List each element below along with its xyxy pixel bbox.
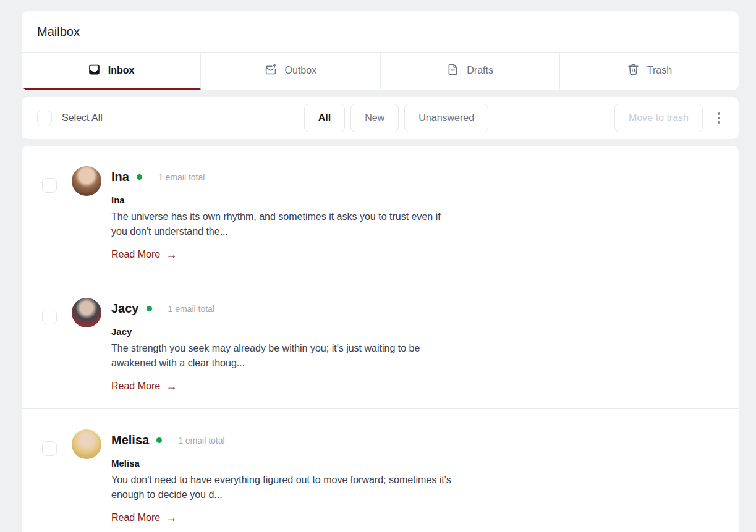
kebab-menu-icon[interactable] (714, 109, 724, 127)
email-name: Jacy (111, 302, 139, 316)
email-sender: Ina (111, 195, 451, 205)
select-all-checkbox[interactable] (37, 111, 52, 125)
email-content: Ina 1 email total Ina The universe has i… (111, 166, 451, 260)
tab-outbox[interactable]: Outbox (201, 53, 380, 90)
email-list: Ina 1 email total Ina The universe has i… (22, 146, 739, 532)
email-preview: The universe has its own rhythm, and som… (111, 209, 451, 239)
email-count: 1 email total (158, 172, 205, 182)
avatar (72, 429, 101, 459)
email-name: Melisa (111, 433, 149, 447)
email-sender: Melisa (111, 458, 451, 468)
read-more-label: Read More (111, 381, 160, 392)
email-checkbox[interactable] (42, 441, 57, 456)
filter-group: All New Unanswered (304, 104, 488, 132)
arrow-right-icon: → (166, 249, 177, 260)
email-count: 1 email total (168, 304, 214, 314)
email-checkbox[interactable] (42, 178, 57, 193)
email-name: Ina (111, 170, 129, 184)
read-more-link[interactable]: Read More → (111, 381, 177, 392)
drafts-icon (446, 63, 459, 78)
page-title: Mailbox (22, 11, 739, 53)
read-more-link[interactable]: Read More → (111, 249, 177, 260)
read-more-link[interactable]: Read More → (111, 512, 177, 523)
tab-label: Outbox (285, 65, 317, 76)
online-status-dot (147, 306, 152, 311)
filter-all-button[interactable]: All (304, 104, 345, 132)
email-row[interactable]: Jacy 1 email total Jacy The strength you… (22, 277, 739, 409)
arrow-right-icon: → (166, 381, 177, 392)
outbox-icon (265, 63, 278, 78)
email-checkbox[interactable] (42, 310, 57, 324)
select-all-label: Select All (62, 112, 103, 124)
email-row[interactable]: Ina 1 email total Ina The universe has i… (22, 146, 739, 277)
mailbox-page: Mailbox Inbox (0, 0, 756, 532)
inbox-icon (88, 63, 101, 78)
mailbox-tabs: Inbox Outbox (22, 53, 739, 90)
read-more-label: Read More (111, 512, 160, 523)
email-sender: Jacy (111, 326, 451, 337)
read-more-label: Read More (111, 249, 160, 260)
tab-label: Inbox (108, 65, 135, 76)
email-preview: The strength you seek may already be wit… (111, 341, 451, 371)
toolbar: Select All All New Unanswered Move to tr… (22, 97, 739, 139)
tab-drafts[interactable]: Drafts (381, 53, 560, 90)
filter-unanswered-button[interactable]: Unanswered (404, 104, 488, 132)
move-to-trash-button[interactable]: Move to trash (614, 104, 703, 132)
filter-new-button[interactable]: New (350, 104, 399, 132)
email-content: Melisa 1 email total Melisa You don't ne… (111, 429, 451, 523)
avatar (72, 166, 101, 196)
tab-inbox[interactable]: Inbox (22, 53, 201, 90)
email-preview: You don't need to have everything figure… (111, 473, 451, 502)
select-all: Select All (37, 111, 103, 125)
arrow-right-icon: → (166, 512, 177, 523)
mailbox-card: Mailbox Inbox (22, 11, 739, 90)
email-count: 1 email total (178, 436, 224, 445)
online-status-dot (137, 174, 142, 180)
email-content: Jacy 1 email total Jacy The strength you… (111, 298, 451, 392)
tab-label: Trash (647, 65, 672, 76)
online-status-dot (156, 437, 162, 443)
email-row[interactable]: Melisa 1 email total Melisa You don't ne… (22, 409, 739, 532)
tab-label: Drafts (467, 65, 493, 76)
trash-icon (627, 63, 640, 78)
tab-trash[interactable]: Trash (560, 53, 739, 90)
avatar (72, 298, 101, 327)
toolbar-right: Move to trash (614, 104, 724, 132)
